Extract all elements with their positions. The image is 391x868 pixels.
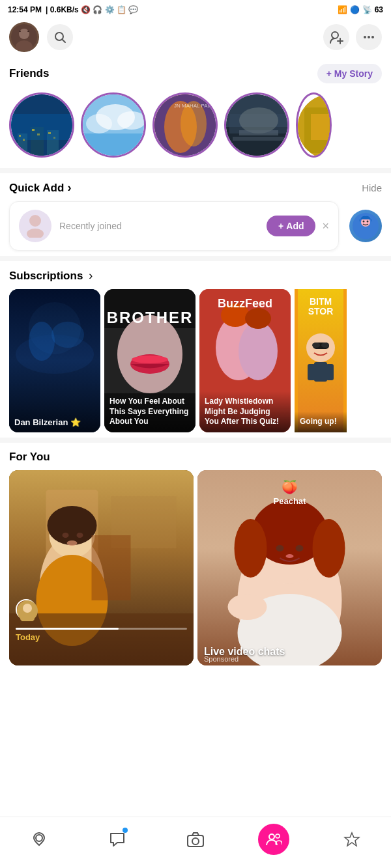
story-progress-bar	[16, 628, 119, 630]
bitmoji-icon	[353, 213, 379, 239]
quick-add-label: Quick Add	[9, 182, 64, 195]
svg-rect-43	[311, 114, 332, 140]
quick-add-user-avatar	[19, 210, 51, 242]
svg-point-49	[363, 221, 365, 223]
user-avatar[interactable]	[9, 22, 39, 52]
divider-2	[0, 256, 391, 261]
card-girl-avatar	[16, 599, 36, 620]
svg-rect-26	[83, 133, 144, 156]
svg-point-44	[29, 215, 41, 227]
svg-rect-40	[233, 137, 285, 141]
add-icon: +	[278, 221, 283, 231]
subscription-card-name-brother: BROTHER	[107, 309, 194, 327]
svg-point-103	[286, 554, 294, 558]
story-image: JN MAHAL PALACE	[154, 94, 216, 156]
for-you-section: For You	[0, 443, 391, 671]
for-you-card-peachat[interactable]: 🍑 Peachat Live video chats Sponsored	[197, 470, 382, 665]
bitm-stor-title: BITMSTOR	[308, 297, 334, 317]
svg-rect-75	[314, 362, 327, 382]
svg-point-28	[86, 114, 112, 133]
subscription-card-caption-brother: How You Feel About This Says Everything …	[104, 391, 195, 432]
for-you-title: For You	[9, 451, 382, 464]
svg-rect-77	[326, 364, 334, 380]
svg-point-68	[245, 308, 271, 329]
svg-rect-39	[239, 130, 278, 135]
svg-point-85	[63, 533, 69, 538]
nav-map[interactable]	[23, 828, 55, 851]
story-item[interactable]	[296, 92, 332, 158]
map-icon	[30, 830, 48, 848]
hide-button[interactable]: Hide	[362, 182, 382, 193]
add-friend-button[interactable]	[323, 24, 349, 50]
story-image	[11, 94, 72, 156]
svg-point-38	[239, 107, 278, 133]
recently-joined-label: Recently joined	[59, 221, 122, 231]
for-you-card-girl[interactable]: Today	[9, 470, 194, 665]
quick-add-info: Recently joined	[59, 220, 267, 232]
story-item[interactable]	[81, 92, 146, 158]
divider-3	[0, 438, 391, 443]
quick-add-title-button[interactable]: Quick Add ›	[9, 181, 71, 195]
nav-discover[interactable]	[336, 828, 368, 851]
svg-point-50	[367, 221, 369, 223]
svg-point-61	[132, 356, 168, 363]
bitmoji-avatar	[349, 210, 382, 242]
svg-rect-24	[11, 114, 72, 140]
divider	[0, 168, 391, 173]
svg-point-106	[36, 835, 42, 841]
svg-point-56	[51, 322, 84, 348]
peachat-logo-icon: 🍑	[274, 479, 306, 495]
svg-point-87	[67, 540, 78, 546]
subscriptions-header[interactable]: Subscriptions ›	[9, 269, 382, 283]
quick-add-header: Quick Add › Hide	[9, 181, 382, 195]
network-speed: | 0.6KB/s 🔇 🎧 ⚙️ 📋 💬	[46, 5, 138, 14]
story-image	[83, 94, 144, 156]
search-button[interactable]	[47, 24, 73, 50]
subscription-card-caption-bitm: Going up!	[295, 412, 347, 432]
subscription-card-buzzfeed[interactable]: BuzzFeed Lady Whistledown Might Be Judgi…	[199, 289, 291, 432]
story-item[interactable]: JN MAHAL PALACE	[152, 92, 218, 158]
chat-icon	[108, 830, 126, 848]
svg-point-100	[313, 519, 345, 578]
nav-camera[interactable]	[180, 828, 211, 851]
nav-friends[interactable]	[258, 824, 289, 855]
svg-point-102	[296, 545, 304, 552]
svg-rect-54	[9, 289, 100, 432]
nav-chat[interactable]	[102, 828, 133, 851]
story-image	[298, 94, 332, 158]
today-label: Today	[16, 632, 40, 642]
story-item[interactable]	[9, 92, 74, 158]
subscription-card-dan[interactable]: Dan Bilzerian ⭐	[9, 289, 100, 432]
for-you-grid: Today	[9, 470, 382, 665]
add-friend-icon	[329, 30, 343, 44]
more-options-button[interactable]	[356, 24, 382, 50]
status-left: 12:54 PM | 0.6KB/s 🔇 🎧 ⚙️ 📋 💬	[8, 5, 138, 14]
star-icon: ⭐	[70, 417, 81, 427]
svg-point-84	[48, 506, 97, 545]
svg-point-74	[321, 343, 329, 348]
quick-add-row: Recently joined + Add ×	[9, 201, 382, 251]
chat-notification-dot	[123, 828, 128, 833]
time: 12:54 PM	[8, 5, 42, 14]
svg-marker-111	[345, 833, 359, 846]
stories-row: JN MAHAL PALACE	[0, 87, 391, 168]
subscription-card-bitm[interactable]: BITMSTOR Going up!	[295, 289, 347, 432]
status-bar: 12:54 PM | 0.6KB/s 🔇 🎧 ⚙️ 📋 💬 📶 🔵 📡 63	[0, 0, 391, 18]
subscription-card-caption-buzzfeed: Lady Whistledown Might Be Judging You Af…	[199, 391, 291, 432]
friends-section-header: Friends + My Story	[0, 59, 391, 87]
subscription-card-brother[interactable]: BROTHER How You Feel About This Says Eve…	[104, 289, 195, 432]
svg-point-73	[312, 343, 320, 348]
camera-icon	[186, 830, 205, 848]
svg-point-48	[358, 229, 373, 239]
svg-rect-3	[19, 31, 21, 32]
story-item[interactable]	[224, 92, 289, 158]
svg-point-109	[269, 834, 274, 839]
my-story-button[interactable]: + My Story	[317, 64, 382, 83]
top-bar	[0, 18, 391, 59]
more-options-icon	[362, 31, 375, 44]
svg-point-12	[371, 36, 374, 38]
quick-add-chevron: ›	[67, 181, 71, 195]
svg-rect-76	[308, 364, 315, 380]
add-button[interactable]: + Add	[267, 216, 315, 236]
dismiss-button[interactable]: ×	[322, 219, 329, 233]
